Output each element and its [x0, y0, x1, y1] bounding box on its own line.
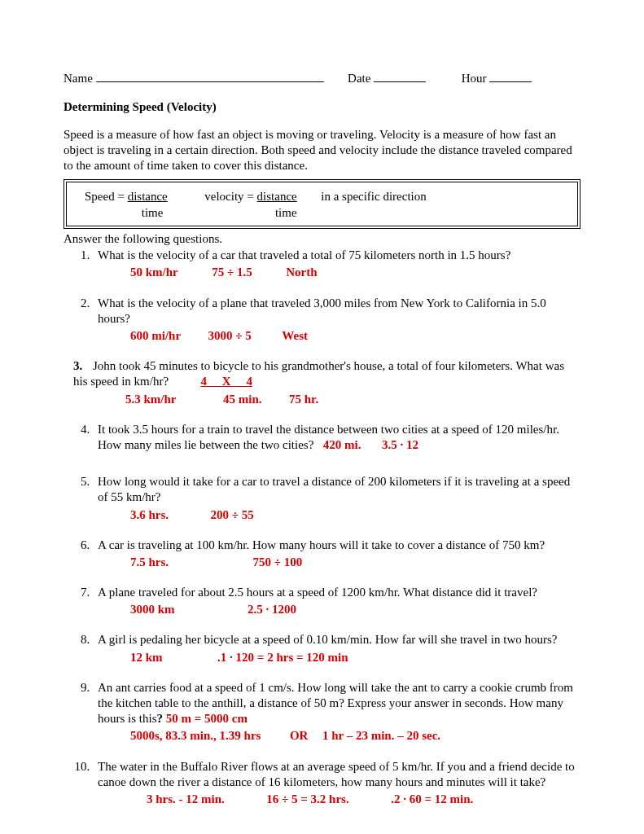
- q2-text: What is the velocity of a plane that tra…: [98, 296, 546, 325]
- q9-or: OR: [290, 729, 309, 742]
- q2-answer-speed: 600 mi/hr: [130, 329, 181, 342]
- q10-answer-2: 16 ÷ 5 = 3.2 hrs.: [266, 792, 348, 805]
- speed-label: Speed =: [85, 190, 128, 203]
- q1-answer-direction: North: [286, 266, 317, 279]
- formula-box: Speed = distance velocity = distance in …: [64, 179, 580, 229]
- q5-answer-time: 3.6 hrs.: [130, 508, 169, 521]
- q8-text: A girl is pedaling her bicycle at a spee…: [98, 633, 557, 646]
- question-10: The water in the Buffalo River flows at …: [93, 759, 580, 808]
- q6-text: A car is traveling at 100 km/hr. How man…: [98, 538, 545, 551]
- q3-answer-min: 45 min.: [223, 393, 262, 406]
- question-7: A plane traveled for about 2.5 hours at …: [93, 585, 580, 617]
- q4-answer-calc: 3.5 · 12: [382, 438, 418, 451]
- velocity-numerator: distance: [257, 190, 297, 203]
- answer-heading: Answer the following questions.: [64, 232, 580, 246]
- velocity-label: velocity =: [204, 190, 256, 203]
- q9-answer-1: 5000s, 83.3 min., 1.39 hrs: [130, 729, 261, 742]
- velocity-denominator: time: [275, 206, 297, 219]
- q1-answer-speed: 50 km/hr: [130, 266, 178, 279]
- q7-text: A plane traveled for about 2.5 hours at …: [98, 586, 537, 599]
- q3-answer-hr: 75 hr.: [289, 393, 318, 406]
- intro-paragraph: Speed is a measure of how fast an object…: [64, 127, 580, 173]
- speed-denominator: time: [142, 206, 164, 219]
- question-9: An ant carries food at a speed of 1 cm/s…: [93, 680, 580, 744]
- q6-answer-time: 7.5 hrs.: [130, 555, 169, 568]
- speed-numerator: distance: [128, 190, 168, 203]
- q4-answer-dist: 420 mi.: [323, 438, 361, 451]
- date-blank[interactable]: [374, 81, 426, 82]
- q8-answer-dist: 12 km: [130, 651, 163, 664]
- q5-text: How long would it take for a car to trav…: [98, 475, 570, 503]
- q7-answer-dist: 3000 km: [130, 603, 175, 616]
- q8-answer-calc: .1 · 120 = 2 hrs = 120 min: [217, 651, 348, 664]
- q1-answer-calc: 75 ÷ 1.5: [212, 266, 252, 279]
- hour-label: Hour: [462, 72, 487, 85]
- q5-answer-calc: 200 ÷ 55: [211, 508, 254, 521]
- q10-answer-3: .2 · 60 = 12 min.: [391, 792, 473, 805]
- q3-answer-speed: 5.3 km/hr: [125, 393, 177, 406]
- hour-blank[interactable]: [489, 81, 532, 82]
- question-list: What is the velocity of a car that trave…: [93, 248, 580, 807]
- q9-qmark: ?: [157, 712, 166, 725]
- q3-text: John took 45 minutes to bicycle to his g…: [73, 359, 564, 388]
- direction-text: in a specific direction: [321, 190, 427, 203]
- q6-answer-calc: 750 ÷ 100: [253, 555, 303, 568]
- question-3: 3.John took 45 minutes to bicycle to his…: [73, 358, 580, 407]
- q10-answer-1: 3 hrs. - 12 min.: [147, 792, 225, 805]
- question-6: A car is traveling at 100 km/hr. How man…: [93, 538, 580, 570]
- question-4: It took 3.5 hours for a train to travel …: [93, 422, 580, 453]
- question-5: How long would it take for a car to trav…: [93, 474, 580, 523]
- name-blank[interactable]: [96, 81, 324, 82]
- page-title: Determining Speed (Velocity): [64, 100, 580, 114]
- header-line: Name Date Hour: [64, 72, 580, 86]
- q1-text: What is the velocity of a car that trave…: [98, 248, 510, 261]
- q2-answer-direction: West: [282, 329, 308, 342]
- name-label: Name: [64, 72, 93, 85]
- question-2: What is the velocity of a plane that tra…: [93, 296, 580, 345]
- question-8: A girl is pedaling her bicycle at a spee…: [93, 632, 580, 665]
- q9-inline: 50 m = 5000 cm: [166, 712, 248, 725]
- question-1: What is the velocity of a car that trave…: [93, 248, 580, 280]
- date-label: Date: [348, 72, 370, 85]
- q2-answer-calc: 3000 ÷ 5: [208, 329, 252, 342]
- q9-answer-2: 1 hr – 23 min. – 20 sec.: [322, 729, 440, 742]
- q10-text: The water in the Buffalo River flows at …: [98, 760, 575, 788]
- q7-answer-calc: 2.5 · 1200: [248, 603, 296, 616]
- q3-top: 4 X 4: [201, 375, 252, 388]
- worksheet-page: Name Date Hour Determining Speed (Veloci…: [0, 0, 644, 834]
